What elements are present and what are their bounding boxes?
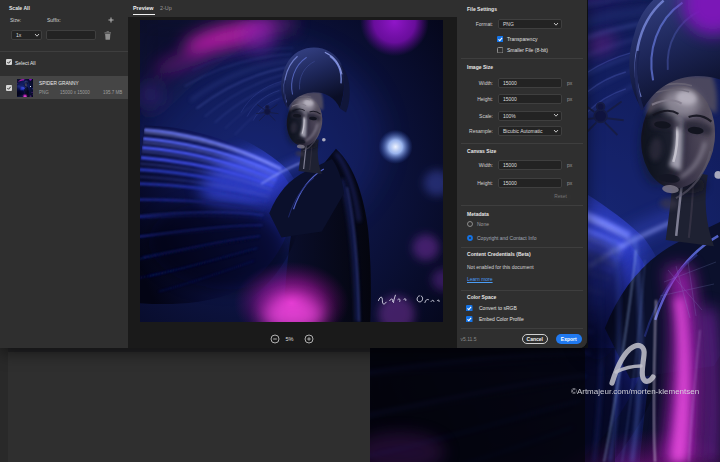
svg-text:©Artmajeur.com/morten-klements: ©Artmajeur.com/morten-klementsen xyxy=(571,387,699,396)
